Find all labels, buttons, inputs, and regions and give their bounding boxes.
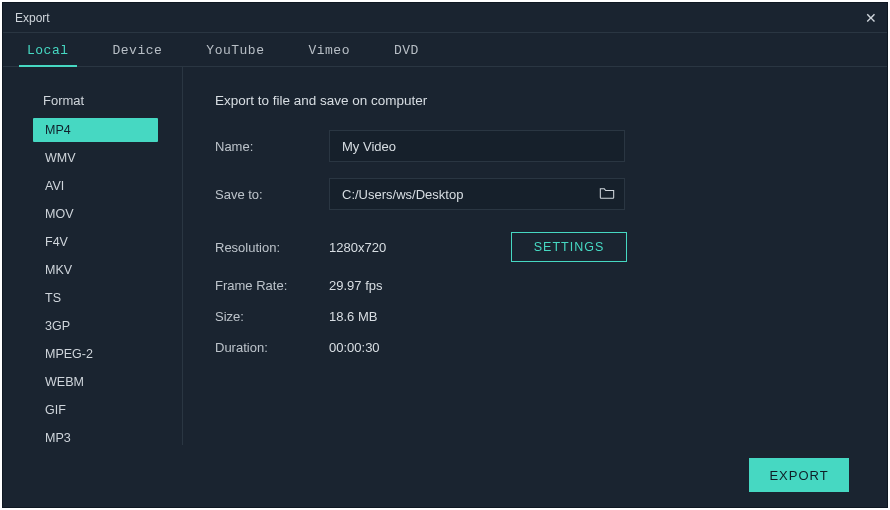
dialog-body: Format MP4 WMV AVI MOV F4V MKV TS 3GP MP…: [3, 67, 887, 445]
framerate-value: 29.97 fps: [329, 278, 509, 293]
format-item-avi[interactable]: AVI: [33, 174, 158, 198]
format-item-mov[interactable]: MOV: [33, 202, 158, 226]
row-name: Name:: [215, 130, 863, 162]
saveto-input[interactable]: [329, 178, 625, 210]
format-item-webm[interactable]: WEBM: [33, 370, 158, 394]
row-size: Size: 18.6 MB: [215, 309, 863, 324]
resolution-label: Resolution:: [215, 240, 329, 255]
main-panel: Export to file and save on computer Name…: [183, 67, 887, 445]
dialog-footer: EXPORT: [3, 443, 887, 507]
format-sidebar: Format MP4 WMV AVI MOV F4V MKV TS 3GP MP…: [3, 67, 183, 445]
format-heading: Format: [3, 93, 182, 118]
close-icon[interactable]: ✕: [865, 11, 877, 25]
saveto-input-wrap: [329, 178, 625, 210]
duration-value: 00:00:30: [329, 340, 509, 355]
export-dialog: Export ✕ Local Device YouTube Vimeo DVD …: [2, 2, 888, 508]
format-item-f4v[interactable]: F4V: [33, 230, 158, 254]
format-item-gif[interactable]: GIF: [33, 398, 158, 422]
export-button[interactable]: EXPORT: [749, 458, 849, 492]
tab-dvd[interactable]: DVD: [386, 37, 427, 66]
resolution-value: 1280x720: [329, 240, 509, 255]
panel-heading: Export to file and save on computer: [215, 93, 863, 108]
settings-button[interactable]: SETTINGS: [511, 232, 627, 262]
saveto-label: Save to:: [215, 187, 329, 202]
tab-local[interactable]: Local: [19, 37, 77, 66]
format-item-mkv[interactable]: MKV: [33, 258, 158, 282]
format-item-wmv[interactable]: WMV: [33, 146, 158, 170]
format-item-3gp[interactable]: 3GP: [33, 314, 158, 338]
format-item-ts[interactable]: TS: [33, 286, 158, 310]
format-item-mpeg2[interactable]: MPEG-2: [33, 342, 158, 366]
format-item-mp4[interactable]: MP4: [33, 118, 158, 142]
tabstrip: Local Device YouTube Vimeo DVD: [3, 33, 887, 67]
tab-vimeo[interactable]: Vimeo: [300, 37, 358, 66]
name-input-wrap: [329, 130, 625, 162]
size-value: 18.6 MB: [329, 309, 509, 324]
titlebar: Export ✕: [3, 3, 887, 33]
framerate-label: Frame Rate:: [215, 278, 329, 293]
row-framerate: Frame Rate: 29.97 fps: [215, 278, 863, 293]
tab-device[interactable]: Device: [105, 37, 171, 66]
duration-label: Duration:: [215, 340, 329, 355]
row-resolution: Resolution: 1280x720 SETTINGS: [215, 232, 863, 262]
tab-youtube[interactable]: YouTube: [198, 37, 272, 66]
size-label: Size:: [215, 309, 329, 324]
name-input[interactable]: [329, 130, 625, 162]
window-title: Export: [15, 11, 50, 25]
name-label: Name:: [215, 139, 329, 154]
row-saveto: Save to:: [215, 178, 863, 210]
row-duration: Duration: 00:00:30: [215, 340, 863, 355]
